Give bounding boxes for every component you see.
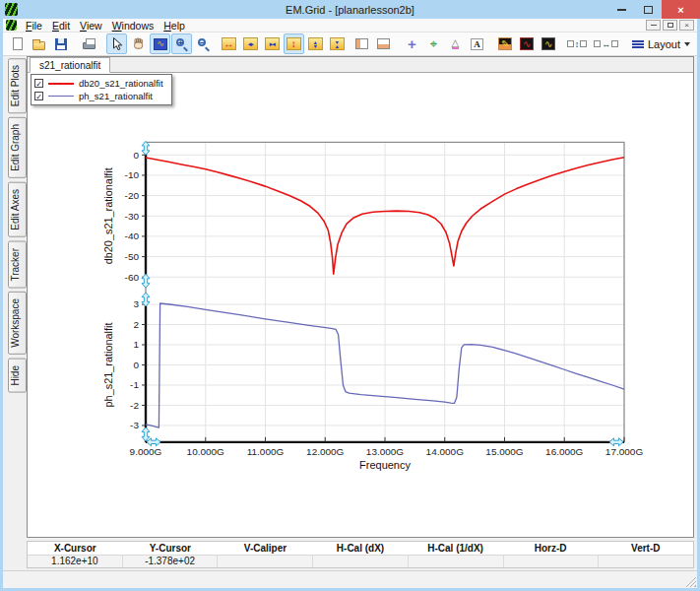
new-file-button[interactable] [7,33,28,54]
caliper-button[interactable]: △ [445,33,466,54]
compress-x-button[interactable]: ▸◂ [262,33,283,54]
y-tick-label: -2 [130,400,139,411]
tab-s21-rationalfit[interactable]: s21_rationalfit [30,57,110,73]
trace-style-red-button[interactable]: ∿ [517,33,538,54]
expand-x-button[interactable]: ↔ [219,33,239,54]
close-button[interactable]: × [662,0,700,19]
legend: ✓ db20_s21_rationalfit ✓ ph_s21_rational… [31,74,172,105]
legend-label-db20: db20_s21_rationalfit [79,78,163,89]
sidebar-tab-edit-axes[interactable]: Edit Axes [8,182,27,237]
status-header-v-caliper: V-Caliper [218,542,313,555]
legend-line-sample-ph [48,96,74,97]
add-text-button[interactable]: A [467,33,487,54]
mdi-close-icon: × [684,21,689,30]
y-tick-label: 1 [133,339,139,350]
layout-button[interactable]: Layout [625,35,697,53]
y-axis-pan-handle[interactable] [142,427,150,441]
split-bottom-panel-button[interactable] [373,33,394,54]
trace-style-red-icon: ∿ [520,37,534,50]
y-tick-label: -10 [125,169,140,180]
shrink-y-icon: ▴▾ [308,37,323,50]
y-tick-label: -30 [125,211,140,222]
mdi-minimize-button[interactable] [646,20,661,31]
menu-windows[interactable]: Windows [107,20,159,32]
y-axis-pan-handle[interactable] [142,274,150,288]
x-tick-label: 14.000G [426,446,464,457]
legend-label-ph: ph_s21_rationalfit [79,91,153,101]
sidebar-tab-hide[interactable]: Hide [8,359,27,393]
pan-hand-button[interactable] [128,33,149,54]
compress-x-icon: ▸◂ [265,37,280,50]
maximize-icon [644,6,653,14]
select-pointer-button[interactable] [106,33,127,54]
titlebar: EM.Grid - [planarlesson2b] × [0,0,700,19]
split-left-panel-button[interactable] [351,33,372,54]
menu-edit[interactable]: Edit [47,20,75,32]
zoom-region-button[interactable]: ∿ [150,33,170,54]
sidebar-tab-tracker[interactable]: Tracker [8,241,27,289]
mdi-restore-button[interactable] [663,20,677,31]
compress-y-icon: ▾▴ [330,37,345,50]
status-header-y-cursor: Y-Cursor [123,542,219,555]
menu-help[interactable]: Help [159,20,190,32]
x-axis-pan-handle[interactable] [609,438,623,446]
x-tick-label: 10.000G [187,446,224,457]
compress-y-button[interactable]: ▾▴ [327,33,348,54]
expand-y-button[interactable]: ↕ [284,33,304,54]
shrink-y-button[interactable]: ▴▾ [305,33,326,54]
maximize-button[interactable] [635,0,662,19]
status-header-x-cursor: X-Cursor [28,542,123,555]
legend-line-sample-db20 [48,83,74,85]
x-tick-label: 12.000G [306,446,344,457]
expand-y-icon: ↕ [286,37,301,50]
split-bottom-panel-icon [377,38,390,49]
add-marker-icon: + [408,36,416,51]
menu-file[interactable]: File [21,20,47,32]
plot-canvas[interactable]: 0-10-20-30-40-50-60db20_s21_rationalfit3… [28,73,693,537]
x-tick-label: 11.000G [247,446,285,457]
trace-style-yellow-button[interactable]: ∿ [539,33,559,54]
legend-checkbox-db20[interactable]: ✓ [34,79,43,88]
pan-hand-icon [132,37,145,50]
y-axis-pan-handle[interactable] [142,141,150,155]
x-tick-label: 17.000G [605,446,643,457]
x-axis-pan-handle[interactable] [147,438,160,446]
zoom-out-button[interactable]: − [193,33,214,54]
layout-icon [632,40,644,48]
mdi-close-button[interactable]: × [679,20,694,31]
layout-label: Layout [648,38,680,50]
vertical-spacing-icon: ↕ [567,39,588,49]
resize-grip-icon[interactable] [685,576,696,587]
tracker-button[interactable]: ⌖ [423,33,444,54]
vertical-spacing-button[interactable]: ↕ [566,33,587,54]
edit-trace-button[interactable]: ✎ [495,33,516,54]
sidebar-tab-edit-plots[interactable]: Edit Plots [8,58,27,113]
print-button[interactable] [79,33,99,54]
legend-checkbox-ph[interactable]: ✓ [34,92,43,100]
y-axis-title: ph_s21_rationalfit [102,322,114,407]
main-area: Edit Plots Edit Graph Edit Axes Tracker … [3,56,697,538]
y-tick-label: -40 [125,230,140,241]
minimize-button[interactable] [608,0,635,19]
shrink-x-button[interactable]: ◂▸ [240,33,261,54]
sidebar-tab-workspace[interactable]: Workspace [8,292,27,355]
legend-row: ✓ ph_s21_rationalfit [34,90,163,102]
trace-style-yellow-icon: ∿ [541,37,555,50]
save-button[interactable] [50,33,71,54]
horizontal-spacing-button[interactable]: ↔ [595,33,617,54]
open-file-button[interactable] [29,33,49,54]
sidebar-tab-edit-graph[interactable]: Edit Graph [8,117,27,178]
status-header-vert-d: Vert-D [598,542,693,555]
plot-tabbar: s21_rationalfit [28,57,693,73]
y-tick-label: -3 [130,420,139,430]
new-file-icon [13,37,23,50]
app-window: EM.Grid - [planarlesson2b] × File Edit V… [0,0,700,591]
y-tick-label: -1 [130,379,139,390]
menu-view[interactable]: View [75,20,107,32]
add-marker-button[interactable]: + [402,33,422,54]
split-left-panel-icon [355,38,368,49]
status-value-x-cursor: 1.162e+10 [28,556,122,568]
zoom-in-button[interactable]: + [171,33,192,54]
caliper-icon: △ [452,38,460,49]
save-icon [55,38,67,50]
